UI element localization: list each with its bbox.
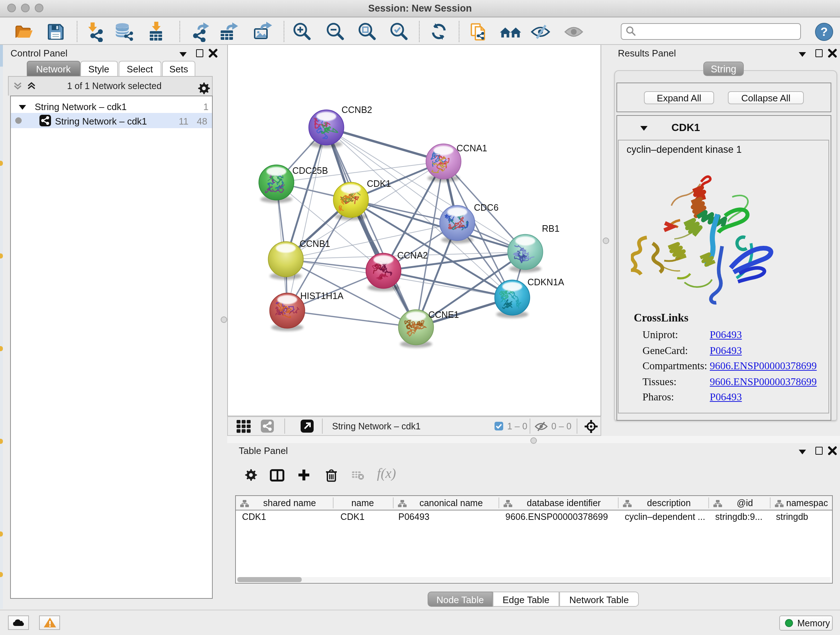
svg-text:CCNE1: CCNE1 xyxy=(428,310,459,320)
svg-text:CDK1: CDK1 xyxy=(367,179,391,188)
svg-text:CDKN1A: CDKN1A xyxy=(527,277,564,287)
svg-text:CCNA1: CCNA1 xyxy=(456,143,487,153)
svg-text:CDC6: CDC6 xyxy=(474,203,499,212)
svg-text:CDC25B: CDC25B xyxy=(292,165,328,176)
svg-text:RB1: RB1 xyxy=(542,223,560,233)
svg-text:HIST1H1A: HIST1H1A xyxy=(300,291,344,301)
svg-text:?: ? xyxy=(820,25,827,38)
svg-text:CCNB2: CCNB2 xyxy=(341,105,372,115)
svg-text:CCNB1: CCNB1 xyxy=(300,239,330,249)
svg-text:CCNA2: CCNA2 xyxy=(397,250,428,260)
